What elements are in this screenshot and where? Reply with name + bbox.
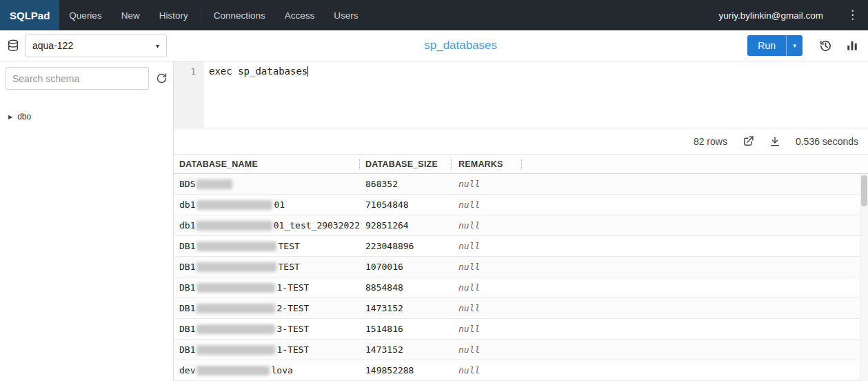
column-label: REMARKS <box>458 159 503 169</box>
cell-database-name: db101 <box>174 199 360 210</box>
nav-item-connections[interactable]: Connections <box>204 0 275 30</box>
scrollbar-thumb[interactable] <box>861 175 867 206</box>
column-header-database-name[interactable]: DATABASE_NAME <box>174 155 360 173</box>
cell-database-name: DB1TEST <box>174 262 360 272</box>
table-row[interactable]: DB1TEST223048896null <box>174 236 868 257</box>
cell-database-size: 71054848 <box>360 199 452 210</box>
cell-database-size: 1514816 <box>360 324 452 334</box>
nav-item-users[interactable]: Users <box>324 0 367 30</box>
cell-database-name: devlova <box>174 365 360 375</box>
nav-item-new[interactable]: New <box>112 0 150 30</box>
column-header-database-size[interactable]: DATABASE_SIZE <box>360 155 452 173</box>
redacted-blur <box>196 221 272 231</box>
redacted-blur <box>196 345 275 355</box>
main-split: ▶ dbo 1 exec sp_databases 82 rows <box>0 61 868 381</box>
table-row[interactable]: db101_test_2903202292851264null <box>174 215 868 236</box>
cell-database-size: 92851264 <box>360 220 452 231</box>
tree-expander-icon[interactable]: ▶ <box>8 114 12 120</box>
database-icon <box>7 39 19 52</box>
cell-database-size: 1473152 <box>360 344 452 355</box>
run-options-caret[interactable]: ▾ <box>786 35 803 56</box>
cell-database-name: db101_test_29032022 <box>174 220 360 231</box>
tree-item-label: dbo <box>17 112 31 121</box>
table-row[interactable]: DB13-TEST1514816null <box>174 319 868 340</box>
cell-database-size: 149852288 <box>360 365 452 375</box>
schema-sidebar: ▶ dbo <box>0 61 174 381</box>
chart-icon[interactable] <box>846 39 858 52</box>
column-header-remarks[interactable]: REMARKS <box>452 155 522 173</box>
elapsed-time: 0.536 seconds <box>796 136 858 147</box>
nav-item-history[interactable]: History <box>150 0 198 30</box>
run-button[interactable]: Run <box>747 35 786 56</box>
editor-code[interactable]: exec sp_databases <box>204 61 868 128</box>
code-text: exec sp_databases <box>209 66 307 77</box>
redacted-blur <box>196 179 232 189</box>
cell-remarks: null <box>452 365 522 375</box>
sql-editor[interactable]: 1 exec sp_databases <box>174 61 868 128</box>
nav-item-queries[interactable]: Queries <box>59 0 111 30</box>
cell-remarks: null <box>452 199 522 210</box>
nav-item-access[interactable]: Access <box>275 0 325 30</box>
redacted-blur <box>196 324 275 334</box>
cell-remarks: null <box>452 344 522 355</box>
cell-database-name: DB12-TEST <box>174 303 360 313</box>
text-caret <box>307 66 308 77</box>
cell-remarks: null <box>452 303 522 313</box>
cell-remarks: null <box>452 324 522 334</box>
query-history-icon[interactable] <box>819 39 832 52</box>
row-count: 82 rows <box>694 136 727 147</box>
table-row[interactable]: devlova149852288null <box>174 360 868 381</box>
cell-database-size: 8854848 <box>360 282 452 293</box>
column-resize-handle[interactable] <box>521 159 522 169</box>
vertical-scrollbar[interactable] <box>860 174 868 381</box>
column-label: DATABASE_SIZE <box>365 159 438 169</box>
cell-remarks: null <box>452 220 522 231</box>
table-row[interactable]: DB1TEST1070016null <box>174 257 868 277</box>
redacted-blur <box>196 304 275 313</box>
refresh-icon[interactable] <box>156 72 168 84</box>
table-row[interactable]: DB11-TEST1473152null <box>174 340 868 360</box>
results-grid: DATABASE_NAME DATABASE_SIZE REMARKS BDS8… <box>174 155 868 381</box>
cell-database-name: DB13-TEST <box>174 324 360 334</box>
download-icon[interactable] <box>769 136 780 147</box>
search-input[interactable] <box>6 67 149 90</box>
editor-gutter: 1 <box>174 61 204 128</box>
column-label: DATABASE_NAME <box>179 159 258 169</box>
cell-database-name: BDS <box>174 179 360 189</box>
cell-remarks: null <box>452 179 522 189</box>
redacted-blur <box>196 283 275 293</box>
cell-database-size: 868352 <box>360 179 452 189</box>
top-navbar: SQLPad Queries New History Connections A… <box>0 0 868 30</box>
chevron-down-icon: ▾ <box>156 42 159 50</box>
redacted-blur <box>196 366 270 375</box>
connection-select[interactable]: aqua-122 ▾ <box>25 35 167 57</box>
cell-database-size: 1473152 <box>360 303 452 313</box>
cell-database-name: DB11-TEST <box>174 344 360 355</box>
cell-remarks: null <box>452 241 522 251</box>
table-row[interactable]: DB11-TEST8854848null <box>174 277 868 298</box>
redacted-blur <box>196 200 272 210</box>
run-button-group: Run ▾ <box>747 35 803 56</box>
cell-database-name: DB1TEST <box>174 241 360 251</box>
cell-database-name: DB11-TEST <box>174 282 360 293</box>
content-pane: 1 exec sp_databases 82 rows 0 <box>174 61 868 381</box>
app-logo[interactable]: SQLPad <box>0 0 59 30</box>
sidebar-item-dbo[interactable]: ▶ dbo <box>8 112 168 121</box>
query-toolbar: aqua-122 ▾ sp_databases Run ▾ <box>0 30 868 61</box>
results-bar: 82 rows 0.536 seconds <box>174 128 868 155</box>
schema-tree: ▶ dbo <box>6 112 168 121</box>
table-body: BDS868352nulldb10171054848nulldb101_test… <box>174 174 868 381</box>
query-title: sp_databases <box>174 39 747 52</box>
cell-remarks: null <box>452 282 522 293</box>
toolbar-actions: Run ▾ <box>747 35 868 56</box>
table-row[interactable]: DB12-TEST1473152null <box>174 298 868 319</box>
connection-area: aqua-122 ▾ <box>0 35 174 57</box>
table-row[interactable]: BDS868352null <box>174 174 868 195</box>
redacted-blur <box>196 262 276 272</box>
cell-database-size: 223048896 <box>360 241 452 251</box>
open-in-new-window-icon[interactable] <box>743 135 754 147</box>
table-row[interactable]: db10171054848null <box>174 195 868 215</box>
table-header: DATABASE_NAME DATABASE_SIZE REMARKS <box>174 155 868 174</box>
schema-search-row <box>6 67 168 90</box>
kebab-menu-icon[interactable]: ⋮ <box>837 0 868 30</box>
